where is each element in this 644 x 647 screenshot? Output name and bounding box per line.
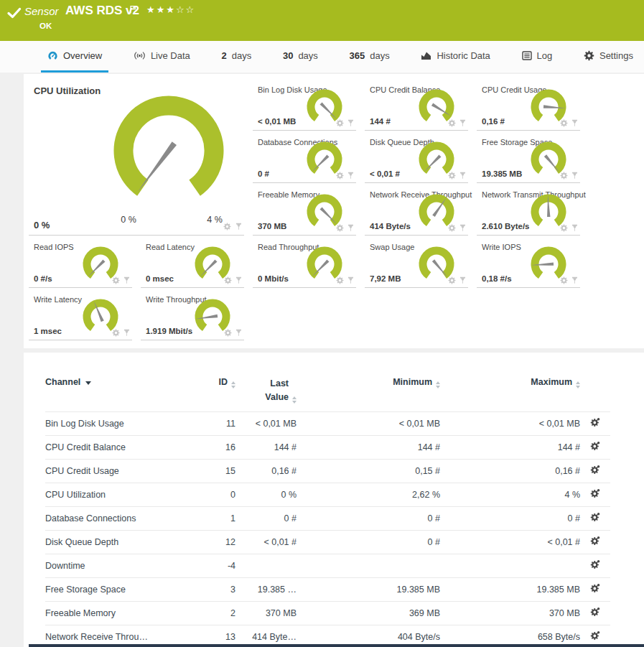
cell-actions: [580, 411, 610, 435]
channel-settings-button[interactable]: [590, 465, 600, 475]
gauge-network-transmit-throughput: Network Transmit Throughput2.610 Byte/s: [477, 183, 580, 236]
tab-bar: OverviewLive Data2days30days365daysHisto…: [0, 41, 644, 73]
gauge-actions: [448, 172, 467, 180]
pin-button[interactable]: [235, 223, 243, 231]
gauge-icon: [47, 50, 58, 61]
gauge-read-latency: Read Latency0 msec: [141, 236, 244, 288]
gauge-settings-button[interactable]: [448, 172, 456, 180]
pin-button[interactable]: [571, 276, 579, 284]
cell-min: 369 MB: [297, 601, 440, 625]
gauge-title: Write Latency: [34, 295, 82, 304]
status-ok-check-icon: [7, 7, 22, 22]
gauge-settings-button[interactable]: [448, 224, 456, 232]
gauge-cpu-credit-usage: CPU Credit Usage0,16 #: [477, 78, 580, 131]
gauge-settings-button[interactable]: [448, 119, 456, 127]
tab-365-days[interactable]: 365days: [343, 41, 396, 73]
gauge-settings-button[interactable]: [560, 224, 568, 232]
channel-settings-button[interactable]: [590, 512, 600, 522]
gauge-settings-button[interactable]: [336, 276, 344, 284]
gauge-value: 0,18 #/s: [482, 274, 512, 283]
gauge-value: 7,92 MB: [370, 274, 401, 283]
gauge-settings-button[interactable]: [448, 276, 456, 284]
gauge-settings-button[interactable]: [560, 119, 568, 127]
tab-historic-data[interactable]: Historic Data: [414, 41, 496, 73]
cell-last: 0 #: [235, 506, 297, 530]
column-header-id[interactable]: ID: [185, 374, 235, 411]
channel-settings-button[interactable]: [590, 488, 600, 498]
tab-30-days[interactable]: 30days: [276, 41, 325, 73]
channel-settings-button[interactable]: [590, 630, 600, 641]
pin-button[interactable]: [347, 276, 355, 284]
gauge-settings-button[interactable]: [560, 276, 568, 284]
gauge-settings-button[interactable]: [224, 276, 232, 284]
sort-icon: [231, 381, 235, 388]
gauge-network-receive-throughput: Network Receive Throughput414 Byte/s: [365, 183, 468, 236]
cell-max: 0,16 #: [440, 459, 580, 483]
gauge-value: 0 Mbit/s: [258, 274, 289, 283]
pin-button[interactable]: [347, 119, 355, 127]
gauge-read-iops: Read IOPS0 #/s: [29, 236, 132, 288]
column-header-maximum[interactable]: Maximum: [440, 374, 580, 411]
pin-button[interactable]: [123, 329, 131, 337]
column-header-actions: [580, 374, 610, 411]
cell-min: [297, 554, 440, 577]
gauge-actions: [560, 172, 579, 180]
cell-min: 2,62 %: [297, 483, 440, 506]
gauge-actions: [560, 119, 579, 127]
pin-button[interactable]: [571, 172, 579, 180]
gauge-actions: [336, 172, 355, 180]
gauge-settings-button[interactable]: [224, 329, 232, 337]
gauge-actions: [448, 119, 467, 127]
pin-button[interactable]: [459, 276, 467, 284]
gauge-value: 414 Byte/s: [370, 222, 411, 231]
table-row: CPU Utilization00 %2,62 %4 %: [45, 483, 610, 506]
gauge-settings-button[interactable]: [336, 119, 344, 127]
channel-settings-button[interactable]: [590, 536, 600, 546]
sensor-title: AWS RDS v2: [65, 4, 139, 18]
table-row: Disk Queue Depth12< 0,01 #0 #< 0,01 #: [45, 530, 610, 554]
column-header-minimum[interactable]: Minimum: [297, 374, 440, 411]
gauge-actions: [112, 276, 131, 284]
tab-live-data[interactable]: Live Data: [127, 41, 197, 73]
table-row: Freeable Memory2370 MB369 MB370 MB: [45, 601, 610, 625]
channel-settings-button[interactable]: [590, 441, 600, 451]
channel-settings-button[interactable]: [590, 559, 600, 569]
gauge-value: 0 msec: [146, 274, 174, 283]
tab-number: 365: [350, 50, 365, 61]
channel-settings-button[interactable]: [590, 417, 600, 427]
channel-settings-button[interactable]: [590, 607, 600, 617]
gauge-settings-button[interactable]: [112, 329, 120, 337]
gauge-settings-button[interactable]: [112, 276, 120, 284]
flag-icon[interactable]: [129, 4, 136, 17]
cell-last: 144 #: [235, 435, 297, 459]
column-header-channel[interactable]: Channel: [45, 374, 185, 411]
column-header-last-value[interactable]: Last Value: [235, 374, 297, 411]
pin-button[interactable]: [235, 276, 243, 284]
pin-button[interactable]: [571, 224, 579, 232]
gauge-settings-button[interactable]: [336, 224, 344, 232]
channel-settings-button[interactable]: [590, 583, 600, 593]
cell-min: 0,15 #: [297, 459, 440, 483]
sensor-header: Sensor AWS RDS v2 ★★★☆☆ OK: [0, 0, 644, 41]
tab-overview[interactable]: Overview: [41, 41, 108, 73]
gauge-write-throughput: Write Throughput1.919 Mbit/s: [141, 288, 244, 340]
pin-button[interactable]: [459, 172, 467, 180]
priority-stars[interactable]: ★★★☆☆: [146, 4, 195, 15]
cell-channel: Disk Queue Depth: [45, 530, 185, 554]
pin-button[interactable]: [347, 224, 355, 232]
pin-button[interactable]: [459, 224, 467, 232]
pin-button[interactable]: [571, 119, 579, 127]
tab-log[interactable]: Log: [515, 41, 559, 73]
gauge-settings-button[interactable]: [223, 223, 231, 231]
pin-button[interactable]: [235, 329, 243, 337]
tab-settings[interactable]: Settings: [577, 41, 640, 73]
pin-button[interactable]: [459, 119, 467, 127]
cell-min: 144 #: [297, 435, 440, 459]
pin-button[interactable]: [347, 172, 355, 180]
tab-number: 30: [283, 50, 293, 61]
tab-2-days[interactable]: 2days: [215, 41, 258, 73]
pin-button[interactable]: [123, 276, 131, 284]
cell-last: < 0,01 MB: [235, 411, 297, 435]
gauge-settings-button[interactable]: [336, 172, 344, 180]
gauge-settings-button[interactable]: [560, 172, 568, 180]
